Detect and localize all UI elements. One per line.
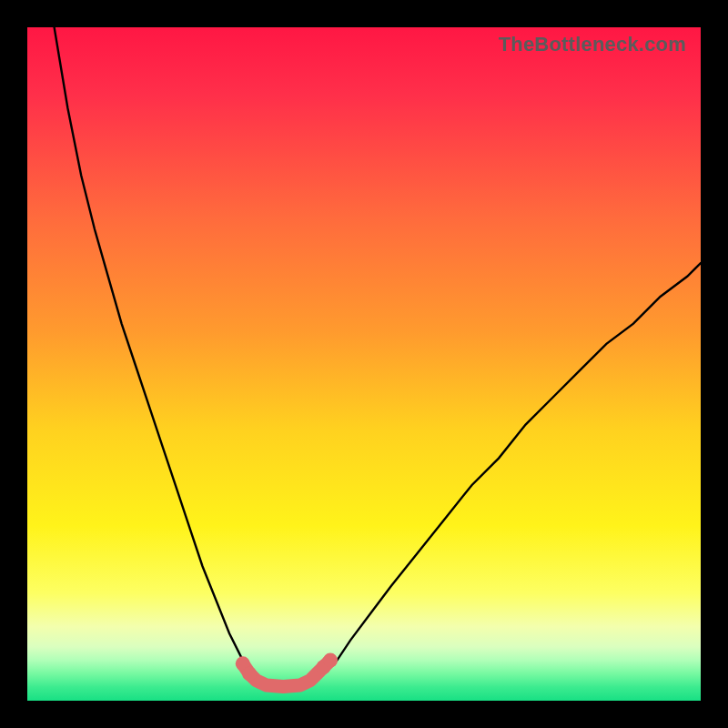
right-curve (324, 263, 701, 673)
trough-dot (242, 666, 257, 681)
plot-area: TheBottleneck.com (27, 27, 701, 701)
watermark-text: TheBottleneck.com (499, 33, 686, 56)
curves-layer (27, 27, 701, 701)
trough-dot (323, 653, 338, 668)
left-curve (55, 27, 253, 673)
chart-stage: TheBottleneck.com (0, 0, 728, 728)
